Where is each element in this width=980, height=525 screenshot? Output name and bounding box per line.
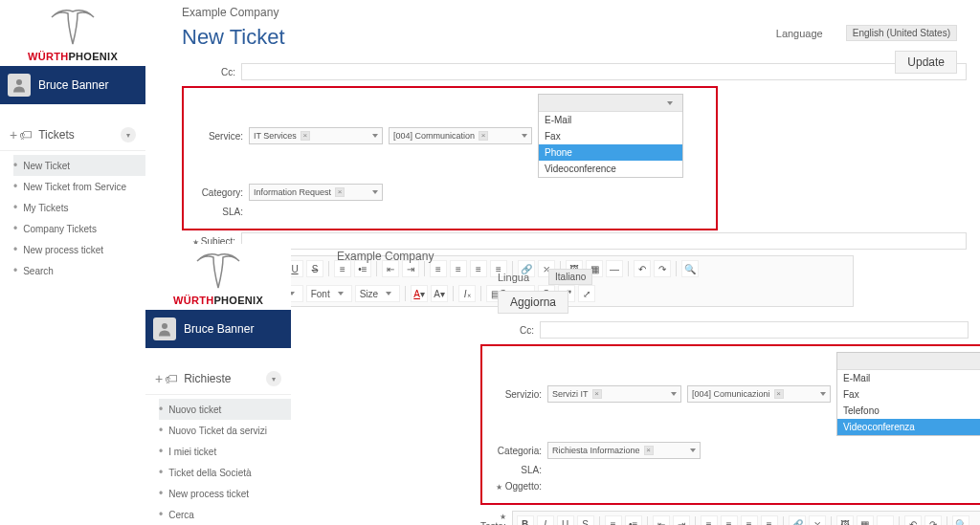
sla-label: SLA: <box>488 465 547 475</box>
cc-input[interactable] <box>540 321 969 339</box>
clear-icon[interactable]: × <box>592 389 602 399</box>
service-combo-1[interactable]: IT Services× <box>249 127 383 144</box>
avatar[interactable] <box>8 74 31 97</box>
service-label: Service: <box>189 131 249 142</box>
option-fax[interactable]: Fax <box>539 128 682 144</box>
clear-icon[interactable]: × <box>644 446 654 455</box>
underline-button[interactable]: U <box>557 515 574 525</box>
option-fax[interactable]: Fax <box>837 386 980 403</box>
update-button[interactable]: Update <box>895 51 957 74</box>
chevron-down-icon <box>690 448 696 452</box>
user-bar: Bruce Banner <box>145 310 291 348</box>
nav-item-new-process[interactable]: New process ticket <box>13 239 145 260</box>
service-combo-2[interactable]: [004] Comunicazioni× <box>687 385 831 403</box>
nav-item-cerca[interactable]: Cerca <box>159 504 291 525</box>
nav-title: Richieste <box>184 372 260 385</box>
text-label: Testo: <box>480 511 512 525</box>
nav-header[interactable]: +🏷 Richieste ▾ <box>145 363 291 395</box>
brand-logo: WÜRTHPHOENIX <box>0 0 145 66</box>
dropdown-input[interactable] <box>837 353 980 370</box>
service-dropdown: E-Mail Fax Phone Videoconference <box>538 94 683 178</box>
cc-label: Cc: <box>182 67 241 77</box>
option-phone[interactable]: Phone <box>539 144 682 161</box>
editor-toolbar: B I U S ≡ •≡ ⇤ ⇥ ≡ ≡ ≡ ≡ 🔗 <box>512 511 980 525</box>
service-label: Servizio: <box>488 389 547 400</box>
service-combo-2[interactable]: [004] Communication× <box>389 127 532 144</box>
sidebar-it: WÜRTHPHOENIX Bruce Banner +🏷 Richieste ▾… <box>145 244 291 525</box>
bullist-button[interactable]: •≡ <box>625 515 642 525</box>
chevron-down-icon <box>820 392 826 396</box>
image-button[interactable]: 🖼 <box>836 515 854 525</box>
align-left-button[interactable]: ≡ <box>701 515 718 525</box>
lang-select[interactable]: English (United States) <box>846 25 957 41</box>
lang-select[interactable]: Italiano <box>548 269 592 285</box>
category-combo[interactable]: Richiesta Informazione× <box>547 442 701 459</box>
find-button[interactable]: 🔍 <box>952 515 969 525</box>
chevron-down-icon <box>372 190 378 194</box>
nav-item-new-ticket[interactable]: New Ticket <box>13 155 145 176</box>
nav-item-my-tickets[interactable]: My Tickets <box>13 197 145 218</box>
strike-button[interactable]: S <box>577 515 594 525</box>
subject-input[interactable] <box>241 232 967 250</box>
update-button[interactable]: Aggiorna <box>498 291 568 314</box>
option-videoconferenza[interactable]: Videoconferenza <box>837 419 980 435</box>
nav-item-new-process[interactable]: New process ticket <box>159 483 291 504</box>
strike-button[interactable]: S <box>306 260 323 277</box>
nav-item-new-from-service[interactable]: New Ticket from Service <box>13 176 145 197</box>
align-justify-button[interactable]: ≡ <box>761 515 778 525</box>
align-right-button[interactable]: ≡ <box>741 515 758 525</box>
row-cc: Cc: <box>480 321 969 339</box>
align-center-button[interactable]: ≡ <box>721 515 738 525</box>
clear-icon[interactable]: × <box>301 131 310 141</box>
nav-item-nuovo-ticket[interactable]: Nuovo ticket <box>159 399 291 420</box>
brand-wordmark: WÜRTHPHOENIX <box>173 295 263 306</box>
user-bar: Bruce Banner <box>0 66 145 104</box>
add-tag-icon[interactable]: +🏷 <box>10 127 33 142</box>
avatar[interactable] <box>153 317 176 340</box>
chevron-down-icon[interactable]: ▾ <box>121 127 136 142</box>
nav-item-miei-ticket[interactable]: I miei ticket <box>159 441 291 462</box>
palm-icon <box>189 250 247 293</box>
option-telefono[interactable]: Telefono <box>837 403 980 419</box>
add-tag-icon[interactable]: +🏷 <box>155 371 178 386</box>
redo-button[interactable]: ↷ <box>924 515 942 525</box>
nav-item-ticket-societa[interactable]: Ticket della Società <box>159 462 291 483</box>
bold-button[interactable]: B <box>517 515 534 525</box>
clear-icon[interactable]: × <box>479 131 488 141</box>
username: Bruce Banner <box>184 322 254 336</box>
category-label: Category: <box>189 187 249 198</box>
nav-item-company-tickets[interactable]: Company Tickets <box>13 218 145 239</box>
clear-icon[interactable]: × <box>335 187 345 197</box>
brand-wordmark: WÜRTHPHOENIX <box>28 51 118 62</box>
clear-icon[interactable]: × <box>774 389 784 399</box>
option-videoconference[interactable]: Videoconference <box>539 161 682 177</box>
subject-label: Oggetto: <box>488 481 547 492</box>
table-button[interactable]: ▦ <box>857 515 874 525</box>
breadcrumb: Example Company <box>337 250 969 263</box>
palm-icon <box>44 6 101 49</box>
indent-button[interactable]: ⇥ <box>673 515 690 525</box>
service-combo-1[interactable]: Servizi IT× <box>547 385 681 403</box>
category-combo[interactable]: Information Request× <box>249 184 383 201</box>
unlink-button[interactable]: ⤫ <box>809 515 826 525</box>
language-box: Language English (United States) Update <box>776 25 957 74</box>
chevron-down-icon <box>671 392 677 396</box>
option-email[interactable]: E-Mail <box>539 112 682 128</box>
option-email[interactable]: E-Mail <box>837 370 980 386</box>
nav-header[interactable]: +🏷 Tickets ▾ <box>0 120 145 151</box>
italic-button[interactable]: I <box>537 515 554 525</box>
cc-label: Cc: <box>480 325 540 336</box>
dropdown-input[interactable] <box>539 95 682 112</box>
sla-label: SLA: <box>189 207 249 217</box>
outdent-button[interactable]: ⇤ <box>653 515 670 525</box>
chevron-down-icon[interactable]: ▾ <box>266 371 281 386</box>
svg-point-0 <box>16 79 22 85</box>
undo-button[interactable]: ↶ <box>904 515 922 525</box>
numlist-button[interactable]: ≡ <box>605 515 622 525</box>
category-label: Categoria: <box>488 446 547 456</box>
nav-item-search[interactable]: Search <box>13 260 145 281</box>
link-button[interactable]: 🔗 <box>789 515 806 525</box>
brand-logo: WÜRTHPHOENIX <box>145 244 291 310</box>
nav-item-nuovo-da-servizi[interactable]: Nuovo Ticket da servizi <box>159 420 291 441</box>
hr-button[interactable]: — <box>877 515 894 525</box>
